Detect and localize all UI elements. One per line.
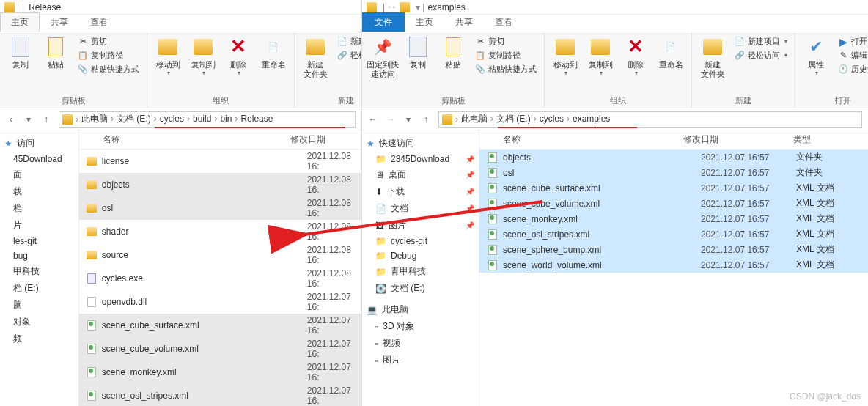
nav-forward[interactable]: → (383, 111, 399, 128)
breadcrumb[interactable]: › 此电脑›文档 (E:)›cycles›examples (438, 111, 862, 128)
properties-button[interactable]: ✔属性 (800, 35, 832, 78)
breadcrumb-item[interactable]: cycles (537, 114, 567, 124)
sidebar-item[interactable]: 档 (E:) (0, 280, 78, 297)
file-row[interactable]: scene_cube_volume.xml 2021.12.07 16:57 X… (479, 196, 868, 211)
sidebar-item[interactable]: 45Download (0, 152, 78, 166)
copy-to-button[interactable]: 复制到 (584, 35, 617, 78)
sidebar-item[interactable]: ▫图片 (362, 352, 479, 369)
sidebar-item[interactable]: 载 (0, 183, 78, 200)
sidebar-quick-access[interactable]: ★快速访问 (362, 135, 479, 152)
easy-access-button[interactable]: 🔗轻松访问 (732, 49, 790, 62)
file-row[interactable]: scene_monkey.xml 2021.12.07 16:57 XML 文档 (479, 211, 868, 226)
col-date[interactable]: 修改日期 (284, 130, 331, 149)
col-name[interactable]: 名称 (79, 130, 284, 149)
sidebar-item[interactable]: 💽文档 (E:) (362, 280, 479, 297)
file-row[interactable]: cycles.exe 2021.12.08 16: (79, 267, 361, 290)
file-row[interactable]: scene_cube_surface.xml 2021.12.07 16: (79, 314, 361, 337)
sidebar-item[interactable]: les-git (0, 234, 78, 248)
sidebar-item[interactable]: 📁青甲科技 (362, 263, 479, 280)
breadcrumb-item[interactable]: 此电脑 (78, 114, 111, 124)
sidebar-item[interactable]: 对象 (0, 314, 78, 331)
nav-back[interactable]: ← (365, 111, 381, 128)
sidebar-item[interactable]: 📁2345Download📌 (362, 152, 479, 166)
breadcrumb-item[interactable]: examples (570, 114, 613, 124)
paste-button[interactable]: 粘贴 (437, 35, 469, 71)
easy-access-button[interactable]: 🔗轻松访问 (334, 49, 361, 62)
breadcrumb-item[interactable]: Release (238, 114, 276, 124)
sidebar-item[interactable]: ▫视频 (362, 335, 479, 352)
sidebar-item[interactable]: 面 (0, 166, 78, 183)
col-name[interactable]: 名称 (479, 130, 677, 149)
paste-shortcut-button[interactable]: 📎粘贴快捷方式 (472, 63, 540, 75)
file-row[interactable]: openvdb.dll 2021.12.07 16: (79, 290, 361, 314)
breadcrumb-item[interactable]: 文档 (E:) (493, 114, 534, 124)
history-button[interactable]: 🕐历史记录 (835, 63, 868, 75)
copy-path-button[interactable]: 📋复制路径 (75, 49, 142, 62)
move-to-button[interactable]: 移动到 (549, 35, 581, 78)
file-row[interactable]: osl 2021.12.08 16: (79, 196, 361, 220)
file-row[interactable]: scene_world_volume.xml 2021.12.07 16:57 … (479, 257, 868, 273)
tab-share[interactable]: 共享 (40, 12, 79, 32)
sidebar-item[interactable]: 🖥桌面📌 (362, 166, 479, 183)
open-button[interactable]: ▶打开 (835, 35, 868, 48)
sidebar-item[interactable]: bug (0, 248, 78, 263)
rename-button[interactable]: 📄重命名 (655, 35, 687, 71)
delete-button[interactable]: ✕删除 (222, 35, 254, 78)
file-row[interactable]: scene_osl_stripes.xml 2021.12.07 16:57 X… (479, 226, 868, 242)
sidebar-item[interactable]: 脑 (0, 297, 78, 314)
cut-button[interactable]: ✂剪切 (472, 35, 540, 48)
file-row[interactable]: scene_cube_volume.xml 2021.12.07 16: (79, 337, 361, 361)
nav-back[interactable]: ‹ (3, 111, 19, 128)
sidebar-this-pc[interactable]: 💻此电脑 (362, 301, 479, 318)
sidebar-item[interactable]: 频 (0, 331, 78, 347)
sidebar-item[interactable]: 片 (0, 217, 78, 234)
file-row[interactable]: scene_monkey.xml 2021.12.07 16: (79, 361, 361, 384)
sidebar-item[interactable]: 甲科技 (0, 263, 78, 280)
file-row[interactable]: scene_sphere_bump.xml 2021.12.07 16:57 X… (479, 242, 868, 257)
tab-home[interactable]: 主页 (0, 12, 40, 32)
breadcrumb-item[interactable]: bin (217, 114, 235, 124)
rename-button[interactable]: 📄重命名 (257, 35, 290, 71)
col-date[interactable]: 修改日期 (677, 130, 787, 149)
tab-home[interactable]: 主页 (405, 12, 444, 32)
nav-down[interactable]: ▾ (21, 111, 37, 128)
new-folder-button[interactable]: 新建 文件夹 (299, 35, 331, 81)
sidebar-item[interactable]: ▫3D 对象 (362, 318, 479, 335)
sidebar-item[interactable]: 🖼图片📌 (362, 217, 479, 234)
breadcrumb-item[interactable]: build (190, 114, 214, 124)
breadcrumb[interactable]: › 此电脑›文档 (E:)›cycles›build›bin›Release (59, 111, 356, 128)
file-row[interactable]: source 2021.12.08 16: (79, 243, 361, 267)
file-row[interactable]: scene_cube_surface.xml 2021.12.07 16:57 … (479, 180, 868, 196)
copy-to-button[interactable]: 复制到 (187, 35, 219, 78)
edit-button[interactable]: ✎编辑 (835, 49, 868, 62)
new-folder-button[interactable]: 新建 文件夹 (696, 35, 729, 81)
new-item-button[interactable]: 📄新建项目 (732, 35, 790, 48)
nav-up[interactable]: ↑ (418, 111, 434, 128)
sidebar-item[interactable]: 📁cycles-git (362, 234, 479, 248)
new-item-button[interactable]: 📄新建项目 (334, 35, 361, 48)
sidebar-item[interactable]: 档 (0, 200, 78, 217)
breadcrumb-item[interactable]: 此电脑 (458, 114, 490, 124)
tab-file[interactable]: 文件 (362, 12, 405, 32)
sidebar-quick-access[interactable]: ★访问 (0, 135, 78, 152)
paste-button[interactable]: 粘贴 (40, 35, 72, 71)
nav-down[interactable]: ▾ (400, 111, 416, 128)
copy-button[interactable]: 复制 (4, 35, 37, 71)
file-row[interactable]: license 2021.12.08 16: (79, 150, 361, 173)
sidebar-item[interactable]: 📁Debug (362, 248, 479, 263)
file-row[interactable]: scene_osl_stripes.xml 2021.12.07 16: (79, 384, 361, 406)
cut-button[interactable]: ✂剪切 (75, 35, 142, 48)
file-row[interactable]: objects 2021.12.08 16: (79, 173, 361, 196)
file-row[interactable]: shader 2021.12.08 16: (79, 220, 361, 243)
paste-shortcut-button[interactable]: 📎粘贴快捷方式 (75, 63, 142, 75)
copy-path-button[interactable]: 📋复制路径 (472, 49, 540, 62)
sidebar-item[interactable]: ⬇下载📌 (362, 183, 479, 200)
breadcrumb-item[interactable]: 文档 (E:) (114, 114, 154, 124)
pin-button[interactable]: 📌固定到快 速访问 (367, 35, 399, 81)
sidebar-item[interactable]: 📄文档📌 (362, 200, 479, 217)
nav-up[interactable]: ↑ (38, 111, 54, 128)
file-row[interactable]: osl 2021.12.07 16:57 文件夹 (479, 165, 868, 180)
delete-button[interactable]: ✕删除 (619, 35, 652, 78)
move-to-button[interactable]: 移动到 (152, 35, 184, 78)
file-row[interactable]: objects 2021.12.07 16:57 文件夹 (479, 150, 868, 165)
